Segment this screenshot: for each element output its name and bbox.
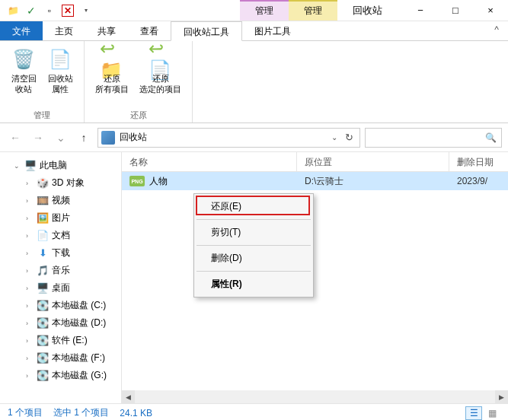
collapse-ribbon-button[interactable]: ^ [485, 21, 508, 40]
label-line1: 还原 [152, 74, 169, 83]
nav-item[interactable]: ›⬇下载 [0, 244, 121, 262]
address-bar: ← → ⌄ ↑ 回收站 ⌄ ↻ 🔍 [0, 123, 508, 152]
caret-icon: › [26, 320, 34, 327]
qat-check-icon[interactable]: ✓ [23, 2, 40, 19]
menu-separator [196, 219, 311, 220]
scroll-left-icon[interactable]: ◀ [122, 390, 135, 403]
ribbon-group-manage: 🗑️ 清空回收站 📄 回收站属性 管理 [0, 41, 85, 123]
tab-home[interactable]: 主页 [43, 21, 85, 40]
navigation-pane[interactable]: ⌄ 🖥️ 此电脑 ›🎲3D 对象›🎞️视频›🖼️图片›📄文档›⬇下载›🎵音乐›🖥… [0, 152, 122, 403]
restore-all-button[interactable]: ↩📁 还原所有项目 [92, 44, 132, 108]
nav-this-pc[interactable]: ⌄ 🖥️ 此电脑 [0, 157, 121, 174]
nav-item[interactable]: ›💽本地磁盘 (G:) [0, 367, 121, 384]
ribbon: 🗑️ 清空回收站 📄 回收站属性 管理 ↩📁 还原所有项目 ↩📄 还原选定的项目… [0, 41, 508, 123]
tab-file[interactable]: 文件 [0, 21, 43, 40]
nav-item[interactable]: ›💽本地磁盘 (F:) [0, 349, 121, 367]
status-selection: 选中 1 个项目 [53, 406, 109, 419]
nav-label: 图片 [52, 212, 70, 224]
refresh-button[interactable]: ↻ [342, 132, 356, 143]
nav-label: 3D 对象 [52, 177, 85, 189]
address-path[interactable]: 回收站 [120, 131, 327, 144]
nav-label: 本地磁盘 (D:) [52, 317, 106, 329]
caret-icon: › [26, 355, 34, 362]
address-dropdown-icon[interactable]: ⌄ [331, 133, 337, 142]
disk-icon: 💽 [37, 300, 49, 312]
nav-item[interactable]: ›🖼️图片 [0, 209, 121, 227]
nav-label: 文档 [52, 229, 70, 242]
caret-icon: › [26, 232, 34, 240]
nav-label: 下载 [52, 247, 70, 259]
search-icon: 🔍 [485, 132, 497, 143]
nav-item[interactable]: ›💽本地磁盘 (D:) [0, 314, 121, 332]
qat-close-icon[interactable]: ✕ [59, 2, 76, 19]
contextual-tab-manage-2[interactable]: 管理 [289, 0, 337, 21]
recycle-bin-properties-button[interactable]: 📄 回收站属性 [44, 44, 76, 108]
view-details-button[interactable]: ☰ [465, 406, 482, 420]
nav-item[interactable]: ›💽本地磁盘 (C:) [0, 297, 121, 314]
restore-selected-icon: ↩📄 [149, 47, 173, 72]
header-delete-date[interactable]: 删除日期 [449, 152, 508, 171]
menu-properties[interactable]: 属性(R) [196, 273, 312, 295]
menu-restore[interactable]: 还原(E) [196, 196, 312, 218]
nav-label: 此电脑 [40, 159, 67, 172]
status-size: 24.1 KB [120, 408, 152, 418]
disk-icon: 💽 [37, 370, 49, 382]
minimize-button[interactable]: − [403, 0, 438, 21]
menu-cut[interactable]: 剪切(T) [196, 221, 312, 243]
music-icon: 🎵 [37, 265, 49, 277]
file-row[interactable]: PNG人物D:\云骑士2023/9/ [122, 172, 508, 190]
file-date: 2023/9/ [449, 176, 508, 186]
label-line1: 清空回 [11, 74, 37, 83]
qat-folder-icon[interactable]: 📁 [5, 2, 21, 19]
header-name[interactable]: 名称 [122, 152, 297, 171]
recent-dropdown[interactable]: ⌄ [52, 129, 70, 147]
empty-recycle-bin-button[interactable]: 🗑️ 清空回收站 [8, 44, 40, 108]
horizontal-scrollbar[interactable]: ◀ ▶ [122, 390, 508, 403]
video-icon: 🎞️ [37, 195, 49, 207]
search-box[interactable]: 🔍 [365, 128, 502, 148]
nav-label: 桌面 [52, 282, 70, 294]
group-name-restore: 还原 [92, 108, 184, 121]
contextual-tab-manage-1[interactable]: 管理 [240, 0, 289, 21]
nav-item[interactable]: ›🎵音乐 [0, 262, 121, 279]
address-box[interactable]: 回收站 ⌄ ↻ [97, 128, 360, 148]
nav-item[interactable]: ›📄文档 [0, 227, 121, 244]
file-list[interactable]: PNG人物D:\云骑士2023/9/ [122, 172, 508, 390]
forward-button[interactable]: → [29, 129, 47, 147]
restore-selected-button[interactable]: ↩📄 还原选定的项目 [136, 44, 184, 108]
file-name: 人物 [149, 175, 168, 188]
caret-icon: › [26, 302, 34, 310]
caret-icon: › [26, 372, 34, 380]
status-bar: 1 个项目 选中 1 个项目 24.1 KB ☰ ▦ [0, 403, 508, 420]
back-button[interactable]: ← [6, 129, 24, 147]
context-menu: 还原(E) 剪切(T) 删除(D) 属性(R) [193, 193, 314, 298]
properties-icon: 📄 [48, 47, 72, 72]
dl-icon: ⬇ [37, 247, 49, 259]
qat-dropdown-icon[interactable]: ▾ [78, 2, 94, 19]
nav-item[interactable]: ›🎞️视频 [0, 192, 121, 209]
menu-delete[interactable]: 删除(D) [196, 247, 312, 269]
ribbon-tabs: 文件 主页 共享 查看 回收站工具 图片工具 ^ [0, 21, 508, 41]
scroll-right-icon[interactable]: ▶ [495, 390, 508, 403]
nav-item[interactable]: ›🖥️桌面 [0, 279, 121, 297]
caret-icon: › [26, 267, 34, 275]
label-line2: 属性 [52, 84, 69, 94]
close-button[interactable]: × [473, 0, 508, 21]
maximize-button[interactable]: □ [438, 0, 473, 21]
doc-icon: 📄 [37, 230, 49, 242]
nav-item[interactable]: ›💽软件 (E:) [0, 332, 121, 349]
tab-recycle-tools[interactable]: 回收站工具 [171, 21, 242, 41]
label-line2: 收站 [15, 84, 32, 94]
up-button[interactable]: ↑ [75, 129, 93, 147]
nav-item[interactable]: ›🎲3D 对象 [0, 174, 121, 192]
pic-icon: 🖼️ [37, 212, 49, 224]
view-icons-button[interactable]: ▦ [484, 406, 500, 420]
header-location[interactable]: 原位置 [297, 152, 449, 171]
tab-picture-tools[interactable]: 图片工具 [242, 21, 303, 40]
png-icon: PNG [129, 176, 145, 186]
restore-all-icon: ↩📁 [100, 47, 124, 72]
caret-icon: ⌄ [14, 162, 21, 170]
nav-label: 音乐 [52, 264, 70, 277]
desktop-icon: 🖥️ [37, 282, 49, 294]
qat-blank-icon[interactable]: ▫ [41, 2, 58, 19]
